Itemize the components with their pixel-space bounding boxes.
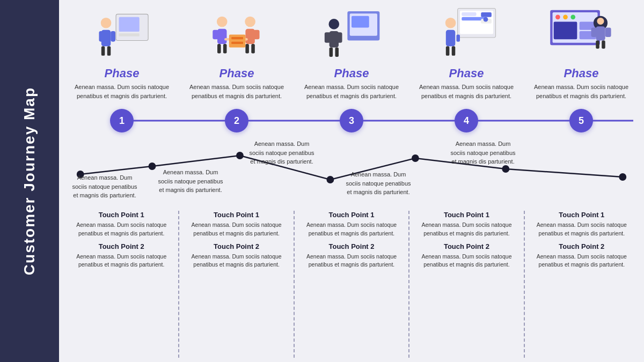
tp1-title-2: Touch Point 1	[184, 211, 289, 219]
tp1-desc-2: Aenean massa. Dum sociis natoque penatib…	[184, 221, 289, 238]
phase-desc-2: Aenean massa. Dum sociis natoque penatib…	[184, 83, 290, 100]
svg-rect-16	[245, 29, 254, 44]
svg-rect-10	[217, 29, 226, 44]
svg-rect-6	[111, 31, 115, 42]
phase-col-4: Phase Aenean massa. Dum sociis natoque p…	[409, 5, 524, 100]
tp2-desc-4: Aenean massa. Dum sociis natoque penatib…	[414, 253, 519, 270]
tp1-title-5: Touch Point 1	[529, 211, 634, 219]
svg-rect-30	[336, 33, 342, 43]
svg-rect-32	[335, 48, 339, 57]
svg-rect-43	[446, 47, 450, 56]
timeline-nodes: 12345	[64, 105, 639, 137]
svg-rect-59	[602, 41, 605, 49]
svg-rect-11	[213, 30, 218, 39]
svg-point-40	[445, 18, 456, 28]
svg-rect-58	[596, 41, 599, 49]
touchpoint-col-2: Touch Point 1 Aenean massa. Dum sociis n…	[179, 211, 294, 358]
svg-rect-31	[330, 48, 333, 57]
svg-rect-14	[223, 44, 227, 53]
svg-rect-13	[217, 44, 221, 53]
tp1-title-4: Touch Point 1	[414, 211, 519, 219]
svg-rect-21	[229, 35, 246, 48]
journey-label-5: Aenean massa. Dumsociis natoque penatibu…	[440, 139, 526, 166]
phase-desc-5: Aenean massa. Dum sociis natoque penatib…	[528, 83, 634, 100]
svg-rect-50	[554, 22, 577, 40]
phase-title-1: Phase	[105, 67, 140, 80]
touchpoint-col-1: Touch Point 1 Aenean massa. Dum sociis n…	[64, 211, 179, 358]
journey-section: Aenean massa. Dumsociis natoque penatibu…	[59, 137, 644, 206]
phase-illustration-2	[204, 5, 269, 64]
timeline-node-1: 1	[110, 109, 134, 132]
svg-point-48	[563, 15, 568, 20]
svg-point-47	[555, 15, 560, 20]
svg-rect-55	[596, 27, 605, 41]
svg-rect-41	[446, 30, 455, 47]
svg-rect-22	[231, 37, 243, 39]
phase-illustration-3	[319, 5, 384, 64]
timeline-node-3: 3	[340, 109, 363, 132]
svg-rect-29	[325, 33, 331, 43]
touchpoint-col-4: Touch Point 1 Aenean massa. Dum sociis n…	[409, 211, 524, 358]
svg-rect-7	[101, 47, 105, 56]
svg-rect-5	[99, 31, 104, 42]
svg-point-63	[326, 176, 334, 183]
phase-col-5: Phase Aenean massa. Dum sociis natoque p…	[524, 5, 639, 100]
tp2-title-2: Touch Point 2	[184, 242, 289, 250]
svg-rect-1	[119, 17, 140, 32]
tp1-desc-5: Aenean massa. Dum sociis natoque penatib…	[529, 221, 634, 238]
svg-rect-23	[231, 42, 243, 44]
phase-desc-4: Aenean massa. Dum sociis natoque penatib…	[413, 83, 519, 100]
phases-section: Phase Aenean massa. Dum sociis natoque p…	[59, 0, 644, 100]
phase-illustration-5	[549, 5, 613, 64]
tp2-desc-2: Aenean massa. Dum sociis natoque penatib…	[184, 253, 289, 270]
svg-point-27	[328, 19, 339, 30]
touchpoints-section: Touch Point 1 Aenean massa. Dum sociis n…	[59, 206, 644, 362]
tp2-desc-3: Aenean massa. Dum sociis natoque penatib…	[299, 253, 404, 270]
journey-label-3: Aenean massa. Dumsociis natoque penatibu…	[241, 139, 322, 166]
timeline-node-2: 2	[225, 109, 248, 132]
svg-point-65	[502, 165, 509, 173]
svg-rect-57	[605, 28, 611, 37]
timeline-node-4: 4	[455, 109, 478, 132]
svg-rect-2	[119, 34, 140, 36]
tp1-title-3: Touch Point 1	[299, 211, 404, 219]
phase-title-2: Phase	[219, 67, 254, 80]
svg-rect-44	[452, 47, 456, 56]
svg-point-54	[597, 18, 604, 25]
tp2-title-1: Touch Point 2	[69, 242, 174, 250]
timeline-node-5: 5	[569, 109, 593, 132]
phase-desc-3: Aenean massa. Dum sociis natoque penatib…	[298, 83, 405, 100]
timeline-section: 12345	[59, 105, 644, 137]
phase-desc-1: Aenean massa. Dum sociis natoque penatib…	[69, 83, 175, 100]
journey-label-2: Aenean massa. Dumsociis natoque penatibu…	[150, 168, 231, 195]
journey-label-4: Aenean massa. Dumsociis natoque penatibu…	[338, 170, 419, 197]
svg-point-39	[484, 17, 488, 22]
touchpoint-col-5: Touch Point 1 Aenean massa. Dum sociis n…	[525, 211, 639, 358]
phase-illustration-4	[434, 5, 499, 64]
svg-rect-26	[352, 16, 369, 28]
touchpoint-col-3: Touch Point 1 Aenean massa. Dum sociis n…	[295, 211, 409, 358]
svg-rect-37	[481, 13, 492, 18]
phase-title-3: Phase	[334, 67, 369, 80]
tp1-title-1: Touch Point 1	[69, 211, 174, 219]
tp2-title-3: Touch Point 2	[299, 242, 404, 250]
svg-point-9	[217, 17, 228, 27]
svg-rect-20	[251, 44, 255, 53]
svg-point-15	[245, 17, 255, 27]
tp1-desc-3: Aenean massa. Dum sociis natoque penatib…	[299, 221, 404, 238]
svg-point-3	[101, 18, 112, 28]
tp2-desc-5: Aenean massa. Dum sociis natoque penatib…	[529, 253, 634, 270]
sidebar: Customer Journey Map	[0, 0, 59, 362]
sidebar-title: Customer Journey Map	[21, 87, 38, 275]
svg-rect-42	[456, 35, 460, 42]
phase-title-5: Phase	[564, 67, 599, 80]
svg-point-66	[619, 173, 626, 181]
phase-col-1: Phase Aenean massa. Dum sociis natoque p…	[64, 5, 179, 100]
tp1-desc-1: Aenean massa. Dum sociis natoque penatib…	[69, 221, 174, 238]
svg-point-64	[412, 154, 419, 162]
svg-rect-17	[254, 30, 260, 39]
tp2-title-4: Touch Point 2	[414, 242, 519, 250]
svg-rect-56	[591, 28, 597, 37]
svg-rect-35	[462, 13, 476, 17]
tp2-title-5: Touch Point 2	[529, 242, 634, 250]
